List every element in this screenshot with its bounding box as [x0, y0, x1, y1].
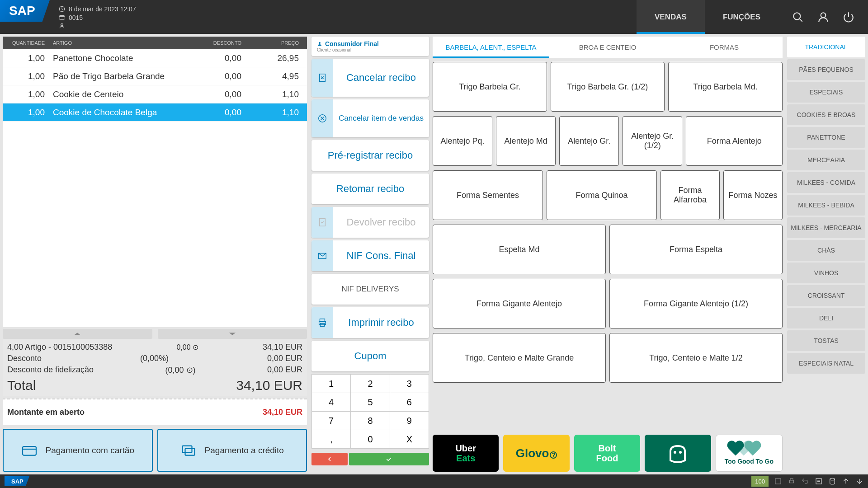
footer-list-icon[interactable] [815, 477, 823, 485]
scroll-down-button[interactable] [158, 329, 307, 339]
category-button[interactable]: MERCEARIA [787, 150, 865, 170]
product-button[interactable]: Forma Alentejo [686, 116, 783, 166]
preregister-button[interactable]: Pré-registrar recibo [311, 140, 429, 171]
product-tab[interactable]: FORMAS [666, 37, 783, 58]
app-footer: SAP 100 [0, 474, 868, 488]
circle-x-icon [317, 113, 327, 123]
actions-panel: Consumidor Final Cliente ocasional Cance… [310, 34, 431, 474]
items-subtotal: 34,10 EUR [263, 343, 302, 352]
return-button[interactable]: Devolver recibo [311, 207, 429, 238]
cancel-receipt-button[interactable]: Cancelar recibo [311, 59, 429, 97]
footer-down-icon[interactable] [855, 477, 863, 485]
category-button[interactable]: PÃES PEQUENOS [787, 59, 865, 80]
category-button[interactable]: COOKIES E BROAS [787, 104, 865, 125]
footer-undo-icon[interactable] [801, 477, 809, 485]
tab-funcoes[interactable]: FUNÇÕES [705, 0, 778, 34]
product-button[interactable]: Forma Alfarroba [660, 170, 720, 220]
profile-icon[interactable] [817, 11, 829, 23]
resume-button[interactable]: Retomar recibo [311, 174, 429, 204]
customer-box[interactable]: Consumidor Final Cliente ocasional [311, 37, 429, 56]
category-button[interactable]: TRADICIONAL [787, 37, 865, 57]
row-discount: 0,00 [195, 108, 247, 117]
mercadao-button[interactable] [645, 435, 711, 472]
pay-credit-button[interactable]: Pagamento a crédito [157, 429, 307, 472]
receipt-row[interactable]: 1,00 Cookie de Centeio 0,00 1,10 [3, 85, 307, 103]
zoom-level[interactable]: 100 [751, 476, 769, 487]
resume-label: Retomar recibo [311, 183, 429, 195]
key-7[interactable]: 7 [312, 412, 350, 430]
key-6[interactable]: 6 [390, 393, 429, 411]
key-5[interactable]: 5 [351, 393, 389, 411]
pay-card-button[interactable]: Pagamento com cartão [3, 429, 153, 472]
glovo-button[interactable]: Glovo? [503, 435, 569, 472]
toogoodtogo-button[interactable]: Too Good To Go [716, 435, 783, 472]
product-button[interactable]: Forma Quinoa [547, 170, 657, 220]
product-button[interactable]: Trigo, Centeio e Malte Grande [433, 333, 606, 383]
category-button[interactable]: CHÁS [787, 240, 865, 261]
product-button[interactable]: Forma Gigante Alentejo (1/2) [609, 279, 783, 328]
product-button[interactable]: Alentejo Gr. [559, 116, 619, 166]
product-button[interactable]: Forma Gigante Alentejo [433, 279, 606, 328]
category-button[interactable]: MILKEES - MERCEARIA [787, 217, 865, 238]
product-tab[interactable]: BROA E CENTEIO [549, 37, 666, 58]
category-button[interactable]: CROISSANT [787, 285, 865, 306]
power-icon[interactable] [843, 11, 854, 23]
customer-type: Cliente ocasional [317, 47, 424, 52]
product-button[interactable]: Alentejo Pq. [433, 116, 492, 166]
credit-icon [180, 442, 197, 459]
product-tabs: BARBELA, ALENT., ESPELTABROA E CENTEIOFO… [433, 37, 783, 58]
product-button[interactable]: Trigo Barbela Gr. [433, 62, 547, 112]
key-9[interactable]: 9 [390, 412, 429, 430]
bolt-food-button[interactable]: BoltFood [574, 435, 640, 472]
category-button[interactable]: ESPECIAIS [787, 82, 865, 103]
receipt-row[interactable]: 1,00 Panettone Chocolate 0,00 26,95 [3, 49, 307, 67]
key-0[interactable]: 0 [351, 430, 389, 448]
category-button[interactable]: ESPECIAIS NATAL [787, 353, 865, 374]
coupon-button[interactable]: Cupom [311, 341, 429, 371]
cancel-item-label: Cancelar item de vendas [333, 114, 429, 123]
key-,[interactable]: , [312, 430, 350, 448]
key-4[interactable]: 4 [312, 393, 350, 411]
enter-key[interactable] [349, 453, 429, 465]
svg-rect-19 [320, 319, 325, 322]
product-button[interactable]: Trigo Barbela Gr. (1/2) [551, 62, 665, 112]
key-3[interactable]: 3 [390, 375, 429, 393]
logo-wrap: SAP [0, 0, 54, 25]
footer-up-icon[interactable] [842, 477, 850, 485]
search-icon[interactable] [792, 11, 804, 23]
product-tab[interactable]: BARBELA, ALENT., ESPELTA [433, 37, 549, 58]
key-2[interactable]: 2 [351, 375, 389, 393]
bolt-text1: Bolt [599, 443, 616, 453]
product-button[interactable]: Trigo Barbela Md. [668, 62, 783, 112]
footer-db-icon[interactable] [828, 477, 836, 485]
category-button[interactable]: VINHOS [787, 263, 865, 283]
category-button[interactable]: PANETTONE [787, 127, 865, 148]
nif-final-button[interactable]: NIF Cons. Final [311, 240, 429, 271]
category-button[interactable]: TOSTAS [787, 330, 865, 351]
receipt-row[interactable]: 1,00 Cookie de Chocolate Belga 0,00 1,10 [3, 103, 307, 122]
svg-point-5 [821, 13, 826, 18]
product-button[interactable]: Forma Sementes [433, 170, 543, 220]
tab-vendas[interactable]: VENDAS [637, 0, 705, 34]
scroll-up-button[interactable] [3, 329, 152, 339]
key-8[interactable]: 8 [351, 412, 389, 430]
product-button[interactable]: Forma Nozes [723, 170, 783, 220]
print-button[interactable]: Imprimir recibo [311, 307, 429, 338]
cancel-item-button[interactable]: Cancelar item de vendas [311, 99, 429, 137]
category-button[interactable]: MILKEES - COMIDA [787, 172, 865, 193]
nif-delivery-button[interactable]: NIF DELIVERYS [311, 274, 429, 305]
product-button[interactable]: Espelta Md [433, 225, 606, 274]
receipt-row[interactable]: 1,00 Pão de Trigo Barbela Grande 0,00 4,… [3, 67, 307, 85]
uber-eats-button[interactable]: UberEats [433, 435, 499, 472]
category-button[interactable]: MILKEES - BEBIDA [787, 195, 865, 216]
footer-print-icon[interactable] [788, 477, 796, 485]
footer-icon-1[interactable] [774, 477, 782, 485]
key-1[interactable]: 1 [312, 375, 350, 393]
backspace-key[interactable] [311, 453, 348, 465]
category-button[interactable]: DELI [787, 308, 865, 328]
product-button[interactable]: Alentejo Md [496, 116, 556, 166]
key-X[interactable]: X [390, 430, 429, 448]
product-button[interactable]: Trigo, Centeio e Malte 1/2 [609, 333, 783, 383]
product-button[interactable]: Alentejo Gr. (1/2) [623, 116, 682, 166]
product-button[interactable]: Forma Espelta [609, 225, 783, 274]
